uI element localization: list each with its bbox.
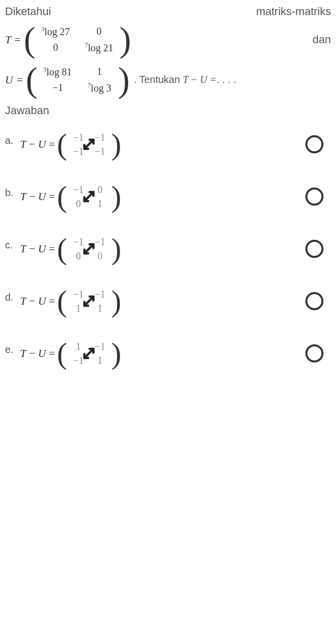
option-letter: a. [5,135,20,146]
left-paren: ( [57,341,67,365]
matrix-T-row: T = ( 3log 27 0 0 7log 21 ) dan [5,23,331,56]
radio-button[interactable] [305,135,323,153]
option-matrix[interactable]: ( −1 −1 0 0 ) [57,234,121,264]
left-paren: ( [24,26,35,54]
expand-icon[interactable] [80,135,98,153]
option-row: a. T − U = ( −1 −1 −1 −1 ) [5,130,331,159]
option-equation-label: T − U = [20,242,55,255]
svg-line-2 [84,244,93,253]
option-matrix[interactable]: ( −1 −1 −1 −1 ) [57,130,121,159]
option-matrix[interactable]: ( −1 0 0 1 ) [57,182,121,212]
left-paren: ( [26,66,37,94]
tentukan-suffix: . . . . [216,74,236,85]
option-equation-label: T − U = [20,190,55,203]
left-paren: ( [57,132,67,156]
T-cell-22: 7log 21 [85,42,114,54]
T-cell-11: 3log 27 [42,26,70,38]
option-letter: c. [5,239,20,251]
matrix-U-row: U = ( 3log 81 1 −1 7log 3 ) . Tentukan T… [5,63,331,96]
option-equation-label: T − U = [20,138,55,151]
option-content: T − U = ( −1 −1 1 1 ) [20,287,331,316]
tentukan-prefix: . Tentukan [134,74,182,85]
radio-button[interactable] [305,292,323,310]
option-row: d. T − U = ( −1 −1 1 1 ) [5,287,331,316]
matrix-T-label: T = [5,33,21,46]
svg-line-1 [84,192,93,201]
svg-line-4 [84,349,93,358]
right-paren: ) [111,132,121,156]
U-cell-11: 3log 81 [44,66,72,78]
U-cell-21: −1 [44,82,72,94]
expand-icon[interactable] [80,240,98,258]
expand-icon[interactable] [80,292,98,310]
diketahui-label: Diketahui [5,5,51,18]
expand-icon[interactable] [80,344,98,362]
option-letter: d. [5,292,20,303]
option-row: b. T − U = ( −1 0 0 1 ) [5,182,331,212]
radio-button[interactable] [305,240,323,258]
option-content: T − U = ( −1 −1 0 0 ) [20,234,331,264]
T-cell-12: 0 [85,26,114,38]
matrix-U-label: U = [5,73,23,86]
matrix-T: ( 3log 27 0 0 7log 21 ) [24,23,131,56]
right-paren: ) [111,341,121,365]
right-paren: ) [118,66,130,94]
option-row: c. T − U = ( −1 −1 0 0 ) [5,234,331,264]
option-row: e. T − U = ( 1 −1 −1 1 ) [5,339,331,369]
radio-button[interactable] [305,188,323,206]
left-paren: ( [57,185,67,209]
right-paren: ) [111,185,121,209]
option-equation-label: T − U = [20,347,55,360]
tentukan-text: . Tentukan T − U =. . . . [134,74,236,85]
right-paren: ) [111,289,121,313]
jawaban-title: Jawaban [5,104,331,117]
svg-line-3 [84,297,93,306]
option-matrix[interactable]: ( −1 −1 1 1 ) [57,287,121,316]
radio-button[interactable] [305,344,323,362]
right-paren: ) [120,26,131,54]
left-paren: ( [57,289,67,313]
U-cell-22: 7log 3 [87,82,112,94]
dan-label: dan [312,33,331,46]
U-cell-12: 1 [87,66,112,78]
option-letter: e. [5,344,20,355]
option-equation-label: T − U = [20,295,55,308]
matrix-U: ( 3log 81 1 −1 7log 3 ) [26,63,130,96]
header-row: Diketahui matriks-matriks [5,5,331,18]
option-content: T − U = ( −1 −1 −1 −1 ) [20,130,331,159]
right-paren: ) [111,237,121,261]
option-matrix[interactable]: ( 1 −1 −1 1 ) [57,339,121,369]
T-cell-21: 0 [42,42,70,54]
option-content: T − U = ( 1 −1 −1 1 ) [20,339,331,369]
left-paren: ( [57,237,67,261]
option-letter: b. [5,187,20,199]
expand-icon[interactable] [80,188,98,206]
option-content: T − U = ( −1 0 0 1 ) [20,182,331,212]
svg-line-0 [84,140,93,149]
matriks-label: matriks-matriks [256,5,331,18]
tentukan-math: T − U = [183,74,216,85]
